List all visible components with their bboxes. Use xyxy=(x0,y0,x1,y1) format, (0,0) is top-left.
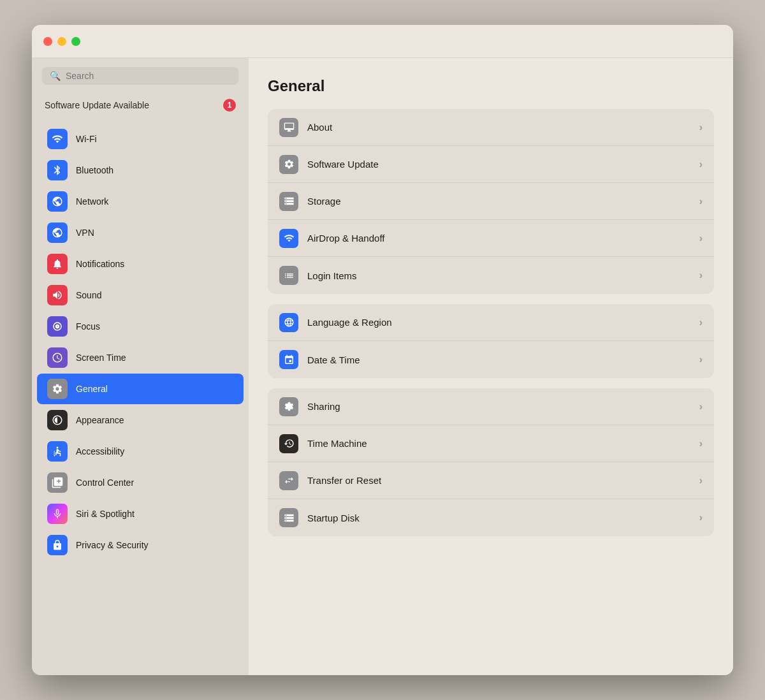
software-update-icon xyxy=(279,155,298,174)
sidebar-item-focus[interactable]: Focus xyxy=(37,311,244,342)
about-icon xyxy=(279,118,298,137)
settings-row-datetime[interactable]: Date & Time› xyxy=(268,341,714,378)
chevron-right-icon: › xyxy=(699,159,703,170)
sidebar-item-label: Focus xyxy=(76,321,100,332)
chevron-right-icon: › xyxy=(699,196,703,207)
settings-row-label: Time Machine xyxy=(307,438,690,449)
sidebar-item-general[interactable]: General xyxy=(37,374,244,404)
sidebar-item-label: Bluetooth xyxy=(76,165,113,175)
settings-row-software-update[interactable]: Software Update› xyxy=(268,146,714,183)
chevron-right-icon: › xyxy=(699,512,703,523)
sidebar-item-accessibility[interactable]: Accessibility xyxy=(37,436,244,467)
sidebar-items-list: Wi-FiBluetoothNetworkVPNNotificationsSou… xyxy=(32,123,249,561)
close-button[interactable] xyxy=(43,37,52,46)
minimize-button[interactable] xyxy=(57,37,66,46)
content-area: 🔍 Software Update Available 1 Wi-FiBluet… xyxy=(32,58,733,675)
sidebar-item-bluetooth[interactable]: Bluetooth xyxy=(37,155,244,186)
storage-icon xyxy=(279,192,298,211)
sidebar-item-notifications[interactable]: Notifications xyxy=(37,249,244,279)
sidebar-item-network[interactable]: Network xyxy=(37,186,244,217)
controlcenter-icon xyxy=(47,472,68,493)
maximize-button[interactable] xyxy=(71,37,80,46)
settings-row-storage[interactable]: Storage› xyxy=(268,183,714,220)
settings-row-transfer[interactable]: Transfer or Reset› xyxy=(268,462,714,499)
settings-row-label: Software Update xyxy=(307,159,690,170)
notifications-icon xyxy=(47,254,68,274)
sidebar-item-wifi[interactable]: Wi-Fi xyxy=(37,124,244,154)
search-container: 🔍 xyxy=(32,58,249,91)
wifi-icon xyxy=(47,129,68,149)
screentime-icon xyxy=(47,347,68,368)
settings-row-label: Startup Disk xyxy=(307,513,690,523)
settings-row-about[interactable]: About› xyxy=(268,109,714,146)
sidebar-item-privacy[interactable]: Privacy & Security xyxy=(37,530,244,560)
settings-row-label: Sharing xyxy=(307,401,690,412)
settings-row-language[interactable]: Language & Region› xyxy=(268,304,714,341)
airdrop-icon xyxy=(279,229,298,248)
update-banner-text: Software Update Available xyxy=(45,99,149,111)
settings-row-label: Date & Time xyxy=(307,354,690,365)
timemachine-icon xyxy=(279,434,298,453)
update-banner[interactable]: Software Update Available 1 xyxy=(32,91,249,119)
settings-row-login-items[interactable]: Login Items› xyxy=(268,257,714,294)
sound-icon xyxy=(47,285,68,305)
accessibility-icon xyxy=(47,441,68,462)
login-items-icon xyxy=(279,266,298,285)
settings-group-group2: Language & Region›Date & Time› xyxy=(268,304,714,378)
search-input[interactable] xyxy=(66,71,231,81)
settings-row-label: Language & Region xyxy=(307,317,690,328)
chevron-right-icon: › xyxy=(699,354,703,365)
sharing-icon xyxy=(279,397,298,416)
chevron-right-icon: › xyxy=(699,122,703,133)
sidebar-item-label: Appearance xyxy=(76,415,124,425)
general-icon xyxy=(47,379,68,399)
settings-row-startup[interactable]: Startup Disk› xyxy=(268,499,714,536)
titlebar xyxy=(32,25,733,58)
settings-row-label: Transfer or Reset xyxy=(307,475,690,486)
sidebar-item-label: Privacy & Security xyxy=(76,540,149,550)
sidebar-item-label: Siri & Spotlight xyxy=(76,509,135,519)
sidebar-item-label: General xyxy=(76,384,108,394)
sidebar-item-label: Wi-Fi xyxy=(76,134,97,144)
settings-row-label: AirDrop & Handoff xyxy=(307,233,690,244)
siri-icon xyxy=(47,504,68,524)
sidebar-item-label: Screen Time xyxy=(76,353,126,363)
settings-row-airdrop[interactable]: AirDrop & Handoff› xyxy=(268,220,714,257)
sidebar-item-vpn[interactable]: VPN xyxy=(37,217,244,248)
search-bar[interactable]: 🔍 xyxy=(42,67,238,85)
vpn-icon xyxy=(47,222,68,243)
sidebar-item-label: VPN xyxy=(76,228,94,238)
chevron-right-icon: › xyxy=(699,401,703,412)
traffic-lights xyxy=(43,37,80,46)
network-icon xyxy=(47,191,68,212)
sidebar-item-label: Notifications xyxy=(76,259,124,269)
sidebar-item-sound[interactable]: Sound xyxy=(37,280,244,310)
settings-row-label: Login Items xyxy=(307,270,690,281)
sidebar-item-controlcenter[interactable]: Control Center xyxy=(37,467,244,498)
sidebar-item-label: Sound xyxy=(76,290,101,300)
chevron-right-icon: › xyxy=(699,438,703,449)
settings-row-timemachine[interactable]: Time Machine› xyxy=(268,425,714,462)
bluetooth-icon xyxy=(47,160,68,180)
sidebar-item-appearance[interactable]: Appearance xyxy=(37,405,244,435)
chevron-right-icon: › xyxy=(699,270,703,281)
settings-row-sharing[interactable]: Sharing› xyxy=(268,388,714,425)
sidebar-item-label: Control Center xyxy=(76,478,134,488)
chevron-right-icon: › xyxy=(699,475,703,486)
sidebar-item-siri[interactable]: Siri & Spotlight xyxy=(37,499,244,529)
page-title: General xyxy=(268,77,714,95)
sidebar-item-screentime[interactable]: Screen Time xyxy=(37,342,244,373)
settings-row-label: Storage xyxy=(307,196,690,207)
settings-row-label: About xyxy=(307,122,690,133)
language-icon xyxy=(279,313,298,332)
appearance-icon xyxy=(47,410,68,430)
transfer-icon xyxy=(279,471,298,490)
chevron-right-icon: › xyxy=(699,233,703,244)
sidebar-item-label: Network xyxy=(76,196,108,207)
privacy-icon xyxy=(47,535,68,555)
focus-icon xyxy=(47,316,68,337)
chevron-right-icon: › xyxy=(699,317,703,328)
settings-group-group3: Sharing›Time Machine›Transfer or Reset›S… xyxy=(268,388,714,536)
svg-point-0 xyxy=(57,447,59,449)
sidebar: 🔍 Software Update Available 1 Wi-FiBluet… xyxy=(32,58,249,675)
